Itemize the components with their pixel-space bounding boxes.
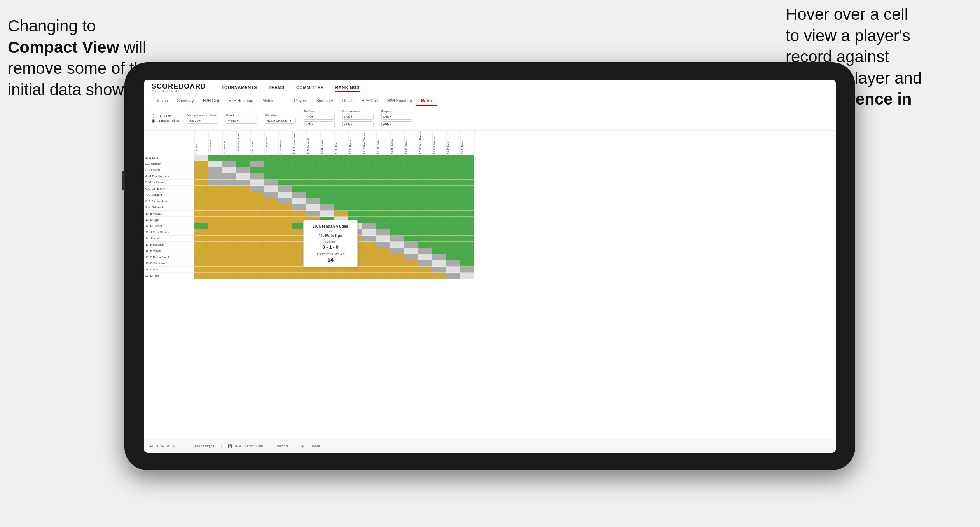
grid-cell[interactable] — [292, 192, 306, 198]
grid-cell[interactable] — [334, 267, 348, 273]
grid-cell[interactable] — [446, 260, 460, 267]
grid-cell[interactable] — [362, 211, 376, 217]
grid-cell[interactable] — [278, 180, 292, 186]
grid-cell[interactable] — [306, 173, 320, 180]
grid-cell[interactable] — [390, 229, 404, 236]
grid-cell[interactable] — [362, 223, 376, 229]
sub-tab-summary2[interactable]: Summary — [312, 96, 338, 106]
grid-cell[interactable] — [418, 204, 432, 211]
grid-cell[interactable] — [250, 161, 264, 167]
grid-cell[interactable] — [334, 204, 348, 211]
sub-tab-teams[interactable]: Teams — [152, 96, 172, 106]
grid-cell[interactable] — [208, 192, 222, 198]
grid-cell[interactable] — [194, 204, 208, 211]
grid-cell[interactable] — [376, 217, 390, 223]
grid-cell[interactable] — [348, 186, 362, 192]
grid-cell[interactable] — [446, 192, 460, 198]
settings-button[interactable]: ⏱ — [177, 444, 181, 448]
grid-cell[interactable] — [446, 248, 460, 254]
grid-cell[interactable] — [432, 223, 446, 229]
grid-cell[interactable] — [250, 254, 264, 260]
grid-cell[interactable] — [208, 161, 222, 167]
grid-cell[interactable] — [194, 167, 208, 173]
grid-cell[interactable] — [264, 248, 278, 254]
grid-cell[interactable] — [362, 242, 376, 248]
grid-cell[interactable] — [376, 254, 390, 260]
grid-cell[interactable] — [460, 192, 474, 198]
grid-cell[interactable] — [278, 248, 292, 254]
region-select1[interactable]: N/A ▾ — [304, 114, 335, 120]
grid-cell[interactable] — [236, 173, 250, 180]
grid-cell[interactable] — [236, 217, 250, 223]
nav-committee[interactable]: COMMITTEE — [296, 84, 324, 92]
grid-cell[interactable] — [264, 186, 278, 192]
grid-cell[interactable] — [236, 254, 250, 260]
grid-cell[interactable] — [264, 223, 278, 229]
grid-cell[interactable] — [376, 167, 390, 173]
grid-cell[interactable] — [404, 248, 418, 254]
grid-cell[interactable] — [278, 167, 292, 173]
grid-cell[interactable] — [306, 273, 320, 279]
grid-cell[interactable] — [404, 192, 418, 198]
grid-cell[interactable] — [320, 155, 334, 161]
grid-cell[interactable] — [320, 273, 334, 279]
grid-cell[interactable] — [418, 242, 432, 248]
grid-cell[interactable] — [418, 198, 432, 204]
grid-cell[interactable] — [376, 229, 390, 236]
grid-cell[interactable] — [292, 155, 306, 161]
grid-cell[interactable] — [250, 186, 264, 192]
grid-cell[interactable] — [460, 217, 474, 223]
grid-cell[interactable] — [446, 161, 460, 167]
grid-cell[interactable] — [404, 273, 418, 279]
grid-cell[interactable] — [236, 273, 250, 279]
grid-cell[interactable] — [390, 161, 404, 167]
grid-cell[interactable] — [194, 260, 208, 267]
grid-cell[interactable] — [404, 180, 418, 186]
grid-cell[interactable] — [292, 161, 306, 167]
compact-view-radio[interactable] — [152, 119, 155, 123]
grid-cell[interactable] — [320, 186, 334, 192]
grid-cell[interactable] — [222, 167, 236, 173]
grid-cell[interactable] — [208, 186, 222, 192]
grid-cell[interactable] — [460, 273, 474, 279]
sub-tab-players[interactable]: Players — [290, 96, 312, 106]
grid-cell[interactable] — [418, 155, 432, 161]
sub-tab-h2h-grid2[interactable]: H2H Grid — [357, 96, 383, 106]
nav-tournaments[interactable]: TOURNAMENTS — [222, 84, 257, 92]
grid-cell[interactable] — [264, 254, 278, 260]
grid-cell[interactable] — [222, 229, 236, 236]
grid-cell[interactable] — [460, 155, 474, 161]
grid-cell[interactable] — [460, 242, 474, 248]
grid-cell[interactable] — [236, 155, 250, 161]
grid-cell[interactable] — [446, 173, 460, 180]
grid-cell[interactable] — [404, 211, 418, 217]
grid-cell[interactable] — [306, 161, 320, 167]
grid-cell[interactable] — [236, 167, 250, 173]
grid-cell[interactable] — [460, 198, 474, 204]
grid-cell[interactable] — [334, 173, 348, 180]
grid-cell[interactable] — [404, 167, 418, 173]
grid-cell[interactable] — [334, 211, 348, 217]
grid-cell[interactable] — [362, 155, 376, 161]
grid-cell[interactable] — [208, 236, 222, 242]
grid-cell[interactable] — [208, 242, 222, 248]
grid-cell[interactable] — [250, 229, 264, 236]
grid-cell[interactable] — [362, 236, 376, 242]
grid-cell[interactable] — [404, 223, 418, 229]
division-select[interactable]: NCAA Division I ▾ — [265, 118, 296, 124]
grid-cell[interactable] — [362, 180, 376, 186]
grid-cell[interactable] — [418, 260, 432, 267]
grid-cell[interactable] — [208, 273, 222, 279]
grid-cell[interactable] — [446, 204, 460, 211]
grid-cell[interactable] — [222, 161, 236, 167]
grid-cell[interactable] — [418, 223, 432, 229]
grid-cell[interactable] — [376, 211, 390, 217]
grid-cell[interactable] — [250, 167, 264, 173]
grid-cell[interactable] — [264, 167, 278, 173]
grid-cell[interactable] — [278, 211, 292, 217]
grid-cell[interactable] — [236, 186, 250, 192]
nav-rankings[interactable]: RANKINGS — [335, 84, 360, 92]
grid-cell[interactable] — [278, 198, 292, 204]
grid-cell[interactable] — [460, 229, 474, 236]
grid-cell[interactable] — [278, 186, 292, 192]
